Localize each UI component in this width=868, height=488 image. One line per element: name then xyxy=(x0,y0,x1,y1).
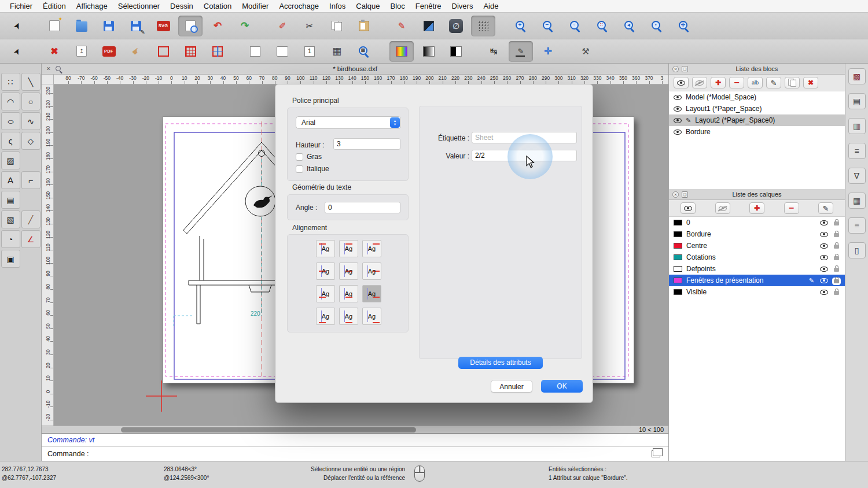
block-row[interactable]: Model (*Model_Space) xyxy=(669,91,845,103)
italic-checkbox-row[interactable]: Italique xyxy=(296,165,329,173)
italic-checkbox[interactable] xyxy=(296,165,303,173)
duplicate-block[interactable] xyxy=(785,77,800,88)
divide-tool[interactable]: ◔ xyxy=(1,230,20,248)
hide-all-blocks-icon[interactable] xyxy=(696,80,704,86)
layer-row[interactable]: Cotations xyxy=(669,252,845,263)
color-picker[interactable] xyxy=(389,41,414,62)
menu-item-8[interactable]: Infos xyxy=(324,2,351,10)
grid-toggle[interactable] xyxy=(471,16,495,36)
save-file[interactable] xyxy=(97,16,121,36)
align-button-4-1[interactable]: Ag xyxy=(316,308,335,325)
horizontal-scrollbar[interactable]: 10 < 100 xyxy=(42,426,668,433)
zoom-in[interactable]: + xyxy=(509,16,533,36)
show-layer[interactable] xyxy=(681,202,696,214)
lock-icon[interactable] xyxy=(834,291,839,295)
align-button-4-2[interactable]: Ag xyxy=(339,308,358,325)
layer-visibility-icon[interactable] xyxy=(820,243,828,249)
open-file[interactable] xyxy=(69,16,94,36)
line-tool[interactable]: ╲ xyxy=(21,73,41,91)
lock-icon[interactable] xyxy=(834,268,839,272)
blocks-close-icon[interactable]: ✕ xyxy=(672,66,679,72)
detach-command-icon[interactable] xyxy=(652,450,660,457)
measure-tool[interactable]: ╱ xyxy=(21,210,41,228)
points-tool[interactable]: ∷ xyxy=(1,73,20,91)
block-tool[interactable]: ▣ xyxy=(1,250,20,268)
redo[interactable]: ↷ xyxy=(233,16,257,36)
single-viewport[interactable]: 1 xyxy=(297,41,322,62)
zoom-pan[interactable]: ✛ xyxy=(672,16,696,36)
angle-input[interactable] xyxy=(325,202,400,213)
align-button-1-2[interactable]: Ag xyxy=(339,240,358,257)
scrollbar-thumb[interactable] xyxy=(121,427,416,432)
hide-all-layers[interactable] xyxy=(715,202,730,214)
null-layer-toggle[interactable]: ∅ xyxy=(444,16,468,36)
add-node[interactable]: ✛ xyxy=(536,41,560,62)
pattern-tool[interactable]: ▧ xyxy=(1,210,20,228)
layer-row[interactable]: 0 xyxy=(669,217,845,228)
angle-tool[interactable]: ∠ xyxy=(21,230,41,248)
pan-hand[interactable]: ☛ xyxy=(124,41,148,62)
menu-item-7[interactable]: Accrochage xyxy=(274,2,324,10)
edit-block[interactable]: ✎ xyxy=(766,77,781,88)
dev-tools[interactable]: ⚒ xyxy=(573,41,598,62)
block-visibility-icon[interactable] xyxy=(674,106,682,112)
paper-landscape[interactable] xyxy=(270,41,295,62)
layer-visibility-icon[interactable] xyxy=(820,255,828,260)
panel-selection-filter[interactable]: ∇ xyxy=(848,168,866,184)
paper-portrait[interactable] xyxy=(243,41,267,62)
pointer-select[interactable]: ➤ xyxy=(5,41,29,62)
align-button-2-3[interactable]: Ag xyxy=(362,263,381,280)
menu-item-2[interactable]: Affichage xyxy=(71,2,113,10)
layer-visibility-icon[interactable] xyxy=(820,278,828,283)
menu-item-13[interactable]: Aide xyxy=(478,2,503,10)
panel-blocks[interactable]: ▩ xyxy=(848,68,866,84)
layer-row[interactable]: Visible xyxy=(669,286,845,298)
align-button-1-1[interactable]: Ag xyxy=(316,240,335,257)
block-row[interactable]: Layout1 (*Paper_Space) xyxy=(669,103,845,114)
add-block[interactable]: ✚ xyxy=(711,77,726,88)
zoom-previous[interactable]: ◂ xyxy=(617,16,642,36)
selection-tool[interactable] xyxy=(417,16,441,36)
menu-item-9[interactable]: Calque xyxy=(351,2,385,10)
polygon-tool[interactable]: ◇ xyxy=(21,132,41,150)
zoom-out[interactable]: − xyxy=(536,16,560,36)
viewport-grid[interactable] xyxy=(178,41,203,62)
blocks-float-icon[interactable]: ❏ xyxy=(682,66,688,72)
delete-block[interactable]: ✖ xyxy=(803,77,818,88)
menu-item-6[interactable]: Modifier xyxy=(237,2,274,10)
cut[interactable]: ✂ xyxy=(297,16,322,36)
rename-block[interactable]: alb xyxy=(748,77,763,88)
show-layer-icon[interactable] xyxy=(684,206,692,211)
layers-float-icon[interactable]: ❏ xyxy=(682,191,688,198)
zoom-window[interactable]: ▪ xyxy=(645,16,669,36)
cancel-button[interactable]: Annuler xyxy=(491,380,532,393)
panel-scripts[interactable]: ≡ xyxy=(848,217,866,234)
close-document-icon[interactable]: ✕ xyxy=(46,65,51,72)
block-visibility-icon[interactable] xyxy=(674,130,682,135)
polyline-mode[interactable]: ✎ xyxy=(509,41,533,62)
lock-icon[interactable] xyxy=(834,256,839,260)
pen-tool[interactable]: ✎ xyxy=(389,16,414,36)
viewport-border[interactable] xyxy=(151,41,175,62)
spline-tool[interactable]: ∿ xyxy=(21,112,41,130)
font-family-select[interactable]: Arial ▲▼ xyxy=(296,116,401,129)
menu-item-12[interactable]: Divers xyxy=(447,2,479,10)
undo[interactable]: ↶ xyxy=(205,16,230,36)
panel-command-history[interactable]: ≡ xyxy=(848,143,866,159)
zoom-reference[interactable]: ∷ xyxy=(590,16,615,36)
paste[interactable] xyxy=(352,16,376,36)
menu-item-0[interactable]: Fichier xyxy=(5,2,38,10)
layer-row[interactable]: Centre xyxy=(669,240,845,252)
remove-block[interactable]: − xyxy=(729,77,744,88)
layer-row[interactable]: Fenêtres de présentation✎ xyxy=(669,275,845,286)
align-button-2-1[interactable]: Ag xyxy=(316,263,335,280)
save-as-file[interactable]: ✎ xyxy=(124,16,148,36)
erase-tool[interactable]: ✐ xyxy=(270,16,295,36)
grid-table[interactable]: ▦ xyxy=(325,41,349,62)
layer-visibility-icon[interactable] xyxy=(820,232,828,237)
align-button-3-2[interactable]: Ag xyxy=(339,285,358,302)
viewport-crosshair[interactable] xyxy=(205,41,230,62)
layer-visibility-icon[interactable] xyxy=(820,220,828,225)
add-layer[interactable]: ✚ xyxy=(749,202,764,214)
hide-all-blocks[interactable] xyxy=(692,77,707,88)
